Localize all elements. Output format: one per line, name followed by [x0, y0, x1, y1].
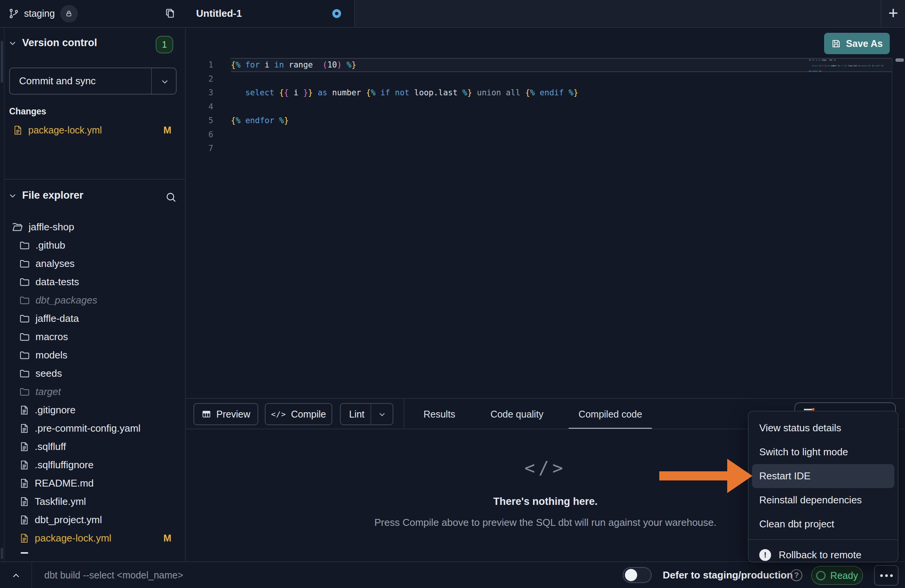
compile-button[interactable]: </> Compile: [265, 403, 332, 425]
tree-item-label: macros: [35, 331, 68, 343]
tree-item-label: .sqlfluff: [35, 441, 66, 453]
tree-item-dbt_project.yml[interactable]: dbt_project.yml: [0, 511, 186, 529]
chevron-down-icon[interactable]: [378, 410, 386, 418]
folder-icon: [19, 368, 30, 379]
status-badge[interactable]: Ready: [811, 566, 863, 585]
folder-icon: [19, 350, 30, 361]
code-line-2[interactable]: [231, 72, 892, 86]
editor-code[interactable]: {% for i in range (10) %} select {{ i }}…: [231, 58, 892, 156]
tree-item-.sqlfluff[interactable]: .sqlfluff: [0, 437, 186, 456]
menu-item-rollback-to-remote[interactable]: !Rollback to remote: [749, 543, 898, 567]
changed-file-package-lock.yml[interactable]: package-lock.ymlM: [0, 120, 186, 140]
tree-item-README.md[interactable]: README.md: [0, 474, 186, 492]
tab-results[interactable]: Results: [412, 399, 467, 429]
copy-icon[interactable]: [164, 8, 176, 19]
chevron-down-icon[interactable]: [8, 39, 17, 47]
file-icon: [19, 515, 29, 525]
tree-item-seeds[interactable]: seeds: [0, 364, 186, 382]
status-circle-icon: [816, 571, 826, 580]
tab-title: Untitled-1: [196, 8, 242, 19]
tab-strip: [355, 0, 881, 27]
alert-icon: !: [759, 549, 771, 561]
tree-item-.github[interactable]: .github: [0, 236, 186, 254]
menu-item-restart-ide[interactable]: Restart IDE: [752, 464, 894, 488]
version-control-header[interactable]: Version control: [8, 37, 97, 49]
clipped-file-row-fragment: [21, 552, 28, 554]
tree-item-label: jaffle-shop: [29, 221, 74, 233]
tree-item-target[interactable]: target: [0, 382, 186, 401]
menu-item-label: View status details: [759, 422, 841, 434]
tree-item-label: dbt_project.yml: [35, 514, 102, 526]
explorer-scrollbar-thumb[interactable]: [1, 548, 3, 559]
unsaved-dot-icon[interactable]: [332, 9, 341, 18]
plus-icon: +: [888, 5, 898, 21]
defer-toggle[interactable]: [623, 567, 652, 583]
tree-item-macros[interactable]: macros: [0, 328, 186, 346]
line-number-3: 3: [186, 86, 231, 100]
sidebar-scrollbar-thumb[interactable]: [1, 41, 3, 83]
menu-item-clean-dbt-project[interactable]: Clean dbt project: [749, 512, 898, 536]
code-line-4[interactable]: [231, 100, 892, 114]
branch-row[interactable]: staging: [0, 0, 186, 27]
file-icon: [19, 533, 29, 543]
chevron-up-icon[interactable]: [11, 571, 21, 580]
tree-item-.gitignore[interactable]: .gitignore: [0, 401, 186, 419]
tree-item-dbt_packages[interactable]: dbt_packages: [0, 291, 186, 309]
more-options-button[interactable]: [874, 565, 899, 586]
dbt-ide-app: staging Untitled-1 +: [0, 0, 905, 588]
tree-item-Taskfile.yml[interactable]: Taskfile.yml: [0, 492, 186, 511]
tree-item-jaffle-shop[interactable]: jaffle-shop: [0, 218, 186, 236]
code-icon: </>: [271, 410, 286, 419]
tree-item-package-lock.yml[interactable]: package-lock.ymlM: [0, 529, 186, 547]
tab-untitled-1[interactable]: Untitled-1: [186, 0, 355, 27]
save-as-button[interactable]: Save As: [824, 33, 890, 54]
tree-item-.sqlfluffignore[interactable]: .sqlfluffignore: [0, 456, 186, 474]
tree-item-.pre-commit-config.yaml[interactable]: .pre-commit-config.yaml: [0, 419, 186, 437]
folder-icon: [19, 331, 30, 342]
section-divider: [4, 179, 186, 180]
menu-item-reinstall-dependencies[interactable]: Reinstall dependencies: [749, 488, 898, 512]
preview-button[interactable]: Preview: [193, 403, 258, 425]
commit-and-sync-button[interactable]: Commit and sync: [9, 67, 177, 95]
preview-label: Preview: [216, 409, 250, 420]
ide-status-context-menu: View status detailsSwitch to light modeR…: [748, 411, 899, 562]
code-line-5[interactable]: {% endfor %}: [231, 114, 892, 128]
tree-item-data-tests[interactable]: data-tests: [0, 273, 186, 291]
tab-code-quality[interactable]: Code quality: [479, 399, 555, 429]
file-icon: [19, 405, 29, 415]
tree-item-models[interactable]: models: [0, 346, 186, 364]
editor-scrollbar-thumb[interactable]: [895, 58, 904, 62]
file-icon: [19, 496, 29, 507]
code-line-3[interactable]: select {{ i }} as number {% if not loop.…: [231, 86, 892, 100]
menu-item-switch-to-light-mode[interactable]: Switch to light mode: [749, 440, 898, 464]
code-line-6[interactable]: [231, 128, 892, 142]
notification-dot-icon: [812, 408, 815, 411]
file-explorer-header[interactable]: File explorer: [8, 190, 84, 201]
code-line-7[interactable]: [231, 141, 892, 156]
search-icon[interactable]: [165, 191, 177, 203]
lint-button[interactable]: Lint: [340, 403, 393, 425]
tab-compiled-code[interactable]: Compiled code: [567, 399, 654, 429]
tab-compiled-code-label: Compiled code: [578, 409, 642, 420]
menu-item-label: Rollback to remote: [779, 549, 862, 561]
new-tab-button[interactable]: +: [881, 0, 905, 27]
tree-item-label: dbt_packages: [35, 294, 97, 306]
help-icon[interactable]: ?: [791, 569, 802, 581]
minimap-line-5: {% endfor %}: [809, 70, 891, 72]
minimap[interactable]: {% for i in range (10) %} select {{ i }}…: [809, 59, 891, 78]
tree-item-label: .pre-commit-config.yaml: [35, 423, 140, 434]
menu-item-view-status-details[interactable]: View status details: [749, 416, 898, 440]
chevron-down-icon[interactable]: [8, 191, 17, 200]
annotation-arrow-head: [727, 459, 752, 493]
commit-dropdown-chevron-icon[interactable]: [161, 77, 169, 86]
commit-button-split-divider: [151, 68, 152, 94]
tree-item-jaffle-data[interactable]: jaffle-data: [0, 309, 186, 328]
command-input[interactable]: dbt build --select <model_name>: [44, 562, 183, 588]
code-line-1[interactable]: {% for i in range (10) %}: [231, 58, 892, 72]
toggle-knob: [625, 569, 637, 581]
changes-list: package-lock.ymlM: [0, 120, 186, 140]
tab-code-quality-label: Code quality: [490, 409, 543, 420]
panel-divider: [404, 399, 404, 429]
menu-item-label: Switch to light mode: [759, 446, 848, 458]
tree-item-analyses[interactable]: analyses: [0, 254, 186, 273]
